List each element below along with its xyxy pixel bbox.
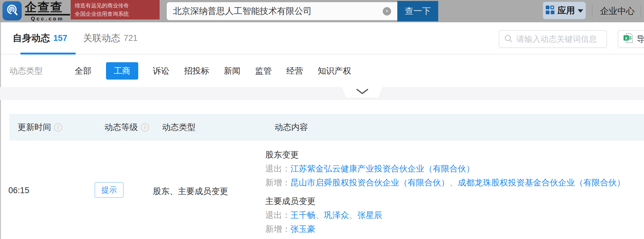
topbar-divider-right xyxy=(640,5,641,17)
separator: 、 xyxy=(315,211,324,220)
logo-text-block[interactable]: 企查查 Qcc.com xyxy=(25,1,70,22)
info-icon[interactable]: i xyxy=(54,123,62,132)
collapse-panel-button[interactable] xyxy=(342,87,382,98)
col-update-time-label: 更新时间 xyxy=(18,122,51,133)
add-label: 新增： xyxy=(265,224,290,234)
top-bar: 企查查 Qcc.com 缔造有远见的商业传奇 全国企业信用查询系统 北京深纳普思… xyxy=(0,0,644,22)
excel-icon: X xyxy=(623,33,633,46)
enterprise-center-link[interactable]: 企业中心 xyxy=(597,0,638,22)
tab-self-label: 自身动态 xyxy=(13,32,50,45)
slogan-banner: 缔造有远见的商业传奇 全国企业信用查询系统 xyxy=(71,0,160,20)
separator: 、 xyxy=(349,211,357,220)
slogan-line-2: 全国企业信用查询系统 xyxy=(75,10,156,18)
company-link[interactable]: 成都龙珠股权投资基金合伙企业（有限合伙） xyxy=(458,178,625,187)
apps-menu-button[interactable]: 应用 xyxy=(543,2,586,19)
add-line: 新增：昆山市启舜股权投资合伙企业（有限合伙）、成都龙珠股权投资基金合伙企业（有限… xyxy=(265,176,625,190)
apps-grid-icon xyxy=(545,5,555,16)
filter-option-bidding[interactable]: 招投标 xyxy=(184,65,209,76)
person-link[interactable]: 王千畅 xyxy=(290,211,315,220)
filter-option-operation[interactable]: 经营 xyxy=(286,65,303,76)
row-dynamic-type: 股东、主要成员变更 xyxy=(153,186,228,197)
col-content-label: 动态内容 xyxy=(275,122,308,133)
exit-line: 退出：江苏紫金弘云健康产业投资合伙企业（有限合伙） xyxy=(265,162,625,176)
row-update-time: 06:15 xyxy=(8,186,29,195)
person-link[interactable]: 张玉豪 xyxy=(290,224,315,234)
clear-search-icon[interactable]: × xyxy=(383,7,391,15)
add-label: 新增： xyxy=(265,178,290,187)
export-button[interactable]: X 导出 xyxy=(618,30,644,48)
tab-self-dynamics[interactable]: 自身动态 157 xyxy=(11,22,69,54)
col-type: 动态类型 xyxy=(162,114,196,141)
person-link[interactable]: 张星辰 xyxy=(357,211,382,220)
change-group-members: 主要成员变更 退出：王千畅、巩泽众、张星辰 新增：张玉豪 xyxy=(265,194,625,236)
person-link[interactable]: 巩泽众 xyxy=(324,211,349,220)
company-link[interactable]: 江苏紫金弘云健康产业投资合伙企业（有限合伙） xyxy=(290,164,474,173)
svg-text:X: X xyxy=(625,36,628,40)
company-link[interactable]: 昆山市启舜股权投资合伙企业（有限合伙） xyxy=(290,178,449,187)
qcc-logo-icon xyxy=(4,2,20,20)
col-content: 动态内容 xyxy=(275,114,308,141)
col-level-label: 动态等级 xyxy=(104,122,138,133)
keyword-search-placeholder: 请输入动态关键词信息 xyxy=(516,34,597,45)
export-label: 导出 xyxy=(637,34,644,45)
chevron-down-icon xyxy=(356,89,369,96)
tab-related-count: 721 xyxy=(124,33,138,43)
row-dynamic-content: 股东变更 退出：江苏紫金弘云健康产业投资合伙企业（有限合伙） 新增：昆山市启舜股… xyxy=(265,148,625,236)
col-level: 动态等级 i xyxy=(104,114,149,141)
tab-self-count: 157 xyxy=(53,33,67,43)
chevron-down-icon xyxy=(578,9,583,13)
filter-options: 全部 工商 诉讼 招投标 新闻 监管 经营 知识产权 xyxy=(75,54,351,87)
company-search-input[interactable]: 北京深纳普思人工智能技术有限公司 × xyxy=(167,2,397,20)
page: 企查查 Qcc.com 缔造有远见的商业传奇 全国企业信用查询系统 北京深纳普思… xyxy=(0,0,644,239)
dynamic-type-filter-row: 动态类型 全部 工商 诉讼 招投标 新闻 监管 经营 知识产权 xyxy=(1,54,644,87)
apps-label: 应用 xyxy=(558,5,575,16)
collapse-strip xyxy=(0,87,644,100)
keyword-search-input[interactable]: 请输入动态关键词信息 xyxy=(499,30,607,48)
exit-label: 退出： xyxy=(265,164,290,173)
filter-option-ip[interactable]: 知识产权 xyxy=(318,65,351,76)
exit-line: 退出：王千畅、巩泽众、张星辰 xyxy=(265,208,625,222)
tab-related-dynamics[interactable]: 关联动态 721 xyxy=(83,22,138,54)
filter-label: 动态类型 xyxy=(9,54,43,87)
slogan-line-1: 缔造有远见的商业传奇 xyxy=(75,2,156,10)
info-icon[interactable]: i xyxy=(141,123,149,132)
filter-option-news[interactable]: 新闻 xyxy=(224,65,240,76)
group-title: 主要成员变更 xyxy=(265,194,625,208)
search-icon xyxy=(504,34,513,44)
qcc-logo[interactable] xyxy=(2,1,22,20)
col-update-time: 更新时间 i xyxy=(18,114,62,141)
change-group-shareholder: 股东变更 退出：江苏紫金弘云健康产业投资合伙企业（有限合伙） 新增：昆山市启舜股… xyxy=(265,148,625,190)
tab-related-label: 关联动态 xyxy=(83,32,120,45)
company-search-value[interactable]: 北京深纳普思人工智能技术有限公司 xyxy=(173,5,383,17)
logo-title: 企查查 xyxy=(25,1,70,15)
separator: 、 xyxy=(449,178,458,187)
table-header: 更新时间 i 动态等级 i 动态类型 动态内容 xyxy=(9,114,644,141)
dynamics-tabs-bar: 自身动态 157 关联动态 721 请输入动态关键词信息 xyxy=(1,22,644,54)
logo-subtitle: Qcc.com xyxy=(25,16,70,22)
filter-option-supervision[interactable]: 监管 xyxy=(255,65,272,76)
level-badge: 提示 xyxy=(95,182,124,198)
exit-label: 退出： xyxy=(265,211,290,220)
add-line: 新增：张玉豪 xyxy=(265,222,625,236)
search-submit-button[interactable]: 查一下 xyxy=(397,1,438,21)
filter-option-all[interactable]: 全部 xyxy=(75,65,91,76)
topbar-divider xyxy=(592,5,593,17)
filter-option-business-active[interactable]: 工商 xyxy=(106,62,138,80)
col-type-label: 动态类型 xyxy=(162,122,196,133)
group-title: 股东变更 xyxy=(265,148,625,162)
filter-option-lawsuit[interactable]: 诉讼 xyxy=(153,65,170,76)
